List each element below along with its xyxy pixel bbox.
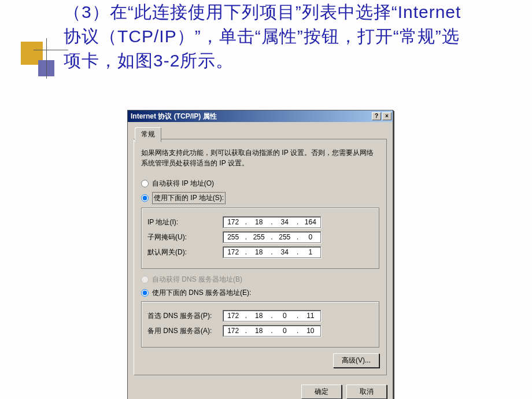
info-text: 如果网络支持此功能，则可以获取自动指派的 IP 设置。否则，您需要从网络系统管理… [141,147,379,168]
radio-manual-ip[interactable]: 使用下面的 IP 地址(S): [141,192,379,204]
tab-strip: 常规 [134,127,387,139]
subnet-mask-input[interactable]: 255. 255. 255. 0 [223,231,321,243]
field-ip-address: IP 地址(I): 172. 18. 34. 164 [147,216,373,228]
close-button[interactable]: × [382,112,391,120]
field-subnet-mask: 子网掩码(U): 255. 255. 255. 0 [147,231,373,243]
tab-panel-general: 如果网络支持此功能，则可以获取自动指派的 IP 设置。否则，您需要从网络系统管理… [134,139,387,375]
dns-fields-group: 首选 DNS 服务器(P): 172. 18. 0. 11 备用 DNS 服务器… [141,301,379,348]
advanced-row: 高级(V)... [141,353,379,368]
alternate-dns-input[interactable]: 172. 18. 0. 10 [223,325,321,337]
help-button[interactable]: ? [372,112,381,120]
tab-general[interactable]: 常规 [135,127,161,142]
radio-manual-ip-input[interactable] [141,194,149,202]
dialog-button-bar: 确定 取消 [128,381,393,399]
field-alternate-dns: 备用 DNS 服务器(A): 172. 18. 0. 10 [147,325,373,337]
ip-fields-group: IP 地址(I): 172. 18. 34. 164 子网掩码(U): 255.… [141,208,379,269]
radio-auto-dns: 自动获得 DNS 服务器地址(B) [141,275,379,285]
radio-auto-ip-input[interactable] [141,180,149,187]
radio-auto-ip[interactable]: 自动获得 IP 地址(O) [141,179,379,189]
dns-radio-section: 自动获得 DNS 服务器地址(B) 使用下面的 DNS 服务器地址(E): [141,275,379,298]
radio-manual-dns-input[interactable] [141,289,149,297]
preferred-dns-input[interactable]: 172. 18. 0. 11 [223,310,321,322]
radio-auto-dns-input [141,276,149,283]
ip-address-input[interactable]: 172. 18. 34. 164 [223,216,321,228]
cancel-button[interactable]: 取消 [346,385,387,399]
ok-button[interactable]: 确定 [301,385,342,399]
default-gateway-input[interactable]: 172. 18. 34. 1 [223,246,321,258]
radio-manual-dns[interactable]: 使用下面的 DNS 服务器地址(E): [141,288,379,298]
dialog-titlebar[interactable]: Internet 协议 (TCP/IP) 属性 ? × [128,110,393,122]
advanced-button[interactable]: 高级(V)... [333,353,379,368]
tcpip-properties-dialog: Internet 协议 (TCP/IP) 属性 ? × 常规 如果网络支持此功能… [127,110,393,399]
dialog-body: 常规 如果网络支持此功能，则可以获取自动指派的 IP 设置。否则，您需要从网络系… [128,122,393,381]
ip-radio-section: 自动获得 IP 地址(O) 使用下面的 IP 地址(S): [141,179,379,204]
dialog-title: Internet 协议 (TCP/IP) 属性 [131,112,371,121]
field-preferred-dns: 首选 DNS 服务器(P): 172. 18. 0. 11 [147,310,373,322]
slide-instruction-text: （3）在“此连接使用下列项目”列表中选择“Internet协议（TCP/IP）”… [0,0,532,73]
field-default-gateway: 默认网关(D): 172. 18. 34. 1 [147,246,373,258]
